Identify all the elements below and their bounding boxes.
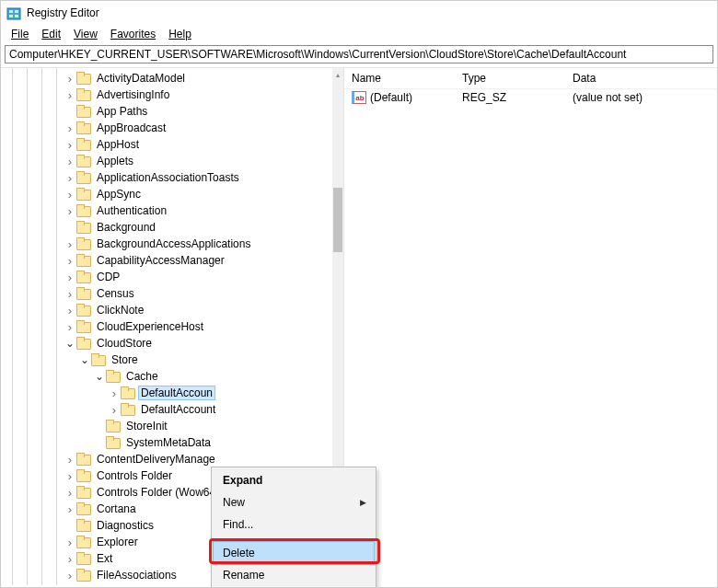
values-pane: Name Type Data ab (Default) REG_SZ (valu… [344,68,717,585]
folder-icon [76,569,91,582]
expand-icon[interactable]: › [108,403,121,417]
tree-item[interactable]: ›ActivityDataModel [1,70,332,86]
tree-item-label: BackgroundAccessApplications [95,237,252,250]
tree-item[interactable]: ›Authentication [1,202,332,219]
tree-item[interactable]: ›CDP [1,269,332,285]
title-bar: Registry Editor [1,1,717,25]
expand-icon[interactable]: › [64,469,76,483]
svg-rect-0 [7,8,20,19]
expand-icon[interactable]: › [64,502,76,516]
context-menu: Expand New ▶ Find... Delete Rename Expor… [211,467,376,588]
collapse-icon[interactable]: ⌄ [64,337,76,350]
tree-item[interactable]: ›AdvertisingInfo [1,86,332,103]
expand-icon[interactable]: › [64,536,76,549]
folder-icon [76,254,91,267]
svg-rect-1 [9,10,13,13]
tree-item[interactable]: ⌄CloudStore [1,335,332,352]
scroll-up-icon[interactable]: ▴ [332,68,343,81]
expand-icon[interactable]: › [64,171,76,185]
expand-icon[interactable]: › [64,121,76,135]
tree-item[interactable]: ›CloudExperienceHost [1,318,332,335]
tree-item[interactable]: ⌄Store [1,352,332,368]
regedit-icon [6,6,21,20]
expand-icon[interactable]: › [64,254,76,268]
tree-item-label: Census [95,287,136,300]
tree-item[interactable]: ›ContentDeliveryManage [1,451,332,467]
collapse-icon[interactable]: ⌄ [78,353,91,366]
expand-icon[interactable]: › [64,72,76,86]
expand-icon[interactable]: › [64,304,76,317]
tree-item[interactable]: ›AppSync [1,186,332,202]
expand-icon[interactable]: › [64,287,76,301]
tree-item[interactable]: ›Applets [1,153,332,169]
menu-bar: File Edit View Favorites Help [1,25,717,43]
folder-icon [76,453,91,466]
tree-item[interactable]: ›CapabilityAccessManager [1,252,332,269]
folder-icon [76,138,91,151]
menu-help[interactable]: Help [162,27,198,41]
col-name[interactable]: Name [352,72,462,85]
menu-view[interactable]: View [67,27,104,41]
expand-icon[interactable]: › [64,453,76,467]
expand-icon[interactable]: › [64,204,76,218]
expand-icon[interactable]: › [64,188,76,202]
folder-icon [76,304,91,317]
value-row-default[interactable]: ab (Default) REG_SZ (value not set) [344,89,717,106]
expand-icon[interactable]: › [64,486,76,500]
folder-icon [121,386,135,399]
tree-item[interactable]: ›AppBroadcast [1,120,332,136]
folder-icon [76,121,91,134]
values-header[interactable]: Name Type Data [344,68,717,89]
folder-icon [76,337,91,350]
tree-item[interactable]: SystemMetaData [1,434,332,451]
expand-icon[interactable]: › [64,585,76,586]
tree-item[interactable]: StoreInit [1,418,332,434]
ctx-new[interactable]: New ▶ [214,491,374,513]
ctx-find[interactable]: Find... [214,513,374,536]
expand-icon[interactable]: › [108,386,121,400]
tree-item[interactable]: ›BackgroundAccessApplications [1,236,332,252]
collapse-icon[interactable]: ⌄ [93,370,106,383]
expand-icon[interactable]: › [64,552,76,566]
folder-icon [76,320,91,333]
col-type[interactable]: Type [462,72,573,85]
tree-item[interactable]: ›DefaultAccount [1,401,332,418]
tree-item[interactable]: Background [1,219,332,236]
folder-icon [76,72,91,85]
tree-item-label: Controls Folder [95,469,174,482]
tree-item[interactable]: ›AppHost [1,136,332,153]
tree-item-label: Background [95,221,157,234]
tree-item-label: Controls Folder (Wow64 [95,486,217,499]
ctx-expand[interactable]: Expand [214,469,374,491]
tree-item-label: DefaultAccount [139,403,217,416]
tree-item[interactable]: ›ApplicationAssociationToasts [1,169,332,186]
tree-item-label: AppHost [95,138,141,151]
tree-item[interactable]: ›ClickNote [1,302,332,318]
address-bar[interactable] [5,45,713,63]
expand-icon[interactable]: › [64,88,76,102]
menu-favorites[interactable]: Favorites [104,27,162,41]
expand-icon[interactable]: › [64,271,76,284]
tree-item[interactable]: App Paths [1,103,332,120]
expand-icon[interactable]: › [64,320,76,334]
ctx-delete[interactable]: Delete [214,542,374,564]
expand-icon[interactable]: › [64,138,76,152]
tree-item[interactable]: ›Census [1,285,332,302]
scroll-thumb[interactable] [333,188,342,252]
tree-item-label: SystemMetaData [124,436,213,449]
tree-item-label: Ext [95,552,114,565]
tree-item[interactable]: ⌄Cache [1,368,332,385]
expand-icon[interactable]: › [64,155,76,168]
expand-icon[interactable]: › [64,569,76,582]
menu-file[interactable]: File [5,27,35,41]
tree-item[interactable]: ›DefaultAccoun [1,385,332,401]
menu-edit[interactable]: Edit [35,27,67,41]
value-data: (value not set) [573,91,710,104]
folder-icon [76,155,91,167]
tree-item-label: Authentication [95,204,168,217]
tree-item-label: Explorer [95,536,140,548]
col-data[interactable]: Data [573,72,710,85]
window-title: Registry Editor [27,6,99,19]
ctx-rename[interactable]: Rename [214,564,374,586]
expand-icon[interactable]: › [64,237,76,251]
